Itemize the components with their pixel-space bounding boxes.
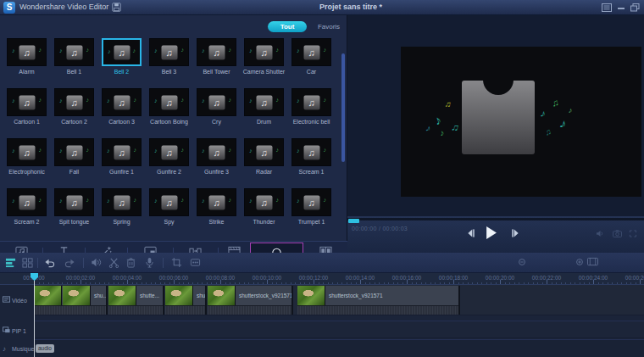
crop-icon[interactable] (171, 257, 183, 269)
sound-item[interactable]: ♪♫♪Cartoon 3 (98, 88, 146, 125)
sound-thumbnail[interactable]: ♪♫♪ (244, 138, 284, 166)
video-clip[interactable]: shutte... (108, 286, 164, 315)
sound-thumbnail[interactable]: ♪♫♪ (291, 88, 331, 116)
audio-mixer-icon[interactable] (91, 257, 103, 269)
volume-icon[interactable] (596, 230, 605, 237)
sound-thumbnail[interactable]: ♪♫♪ (197, 138, 236, 166)
sound-item[interactable]: ♪♫♪Gunfire 3 (193, 138, 241, 175)
sound-thumbnail[interactable]: ♪♫♪ (7, 138, 47, 166)
sound-item[interactable]: ♪♫♪Radar (241, 138, 288, 175)
seek-handle[interactable] (348, 219, 359, 223)
power-tool-icon[interactable] (190, 257, 202, 269)
sound-item[interactable]: ♪♫♪Camera Shutter (241, 38, 288, 75)
video-clip[interactable]: shu... (165, 286, 207, 315)
sound-item[interactable]: ♪♫♪Cartoon 2 (51, 88, 98, 125)
sound-thumbnail[interactable]: ♪♫♪ (54, 188, 94, 216)
sound-thumbnail[interactable]: ♪♫♪ (54, 138, 94, 166)
menu-icon[interactable] (602, 3, 612, 12)
sound-thumbnail[interactable]: ♪♫♪ (291, 38, 331, 66)
pip-track-lane[interactable] (34, 321, 644, 338)
sound-thumbnail[interactable]: ♪♫♪ (244, 38, 284, 66)
sound-item[interactable]: ♪♫♪Car (288, 38, 336, 75)
split-icon[interactable] (108, 257, 120, 269)
sound-thumbnail[interactable]: ♪♫♪ (149, 138, 189, 166)
sound-item[interactable]: ♪♫♪Gunfire 1 (98, 138, 146, 175)
sound-thumbnail[interactable]: ♪♫♪ (54, 38, 94, 66)
sound-item[interactable]: ♪♫♪Bell Tower (193, 38, 241, 75)
track-header-pip-1[interactable]: PIP 1 (0, 326, 34, 334)
sound-thumbnail[interactable]: ♪♫♪ (102, 138, 142, 166)
play-button[interactable] (486, 226, 497, 239)
track-header-vid-o[interactable]: Vidéo (0, 296, 34, 304)
sound-thumbnail[interactable]: ♪♫♪ (244, 88, 284, 116)
ruler-timestamp: 00:00:22:00 (532, 275, 561, 281)
sound-item[interactable]: ♪♫♪Scream 1 (288, 138, 336, 175)
sound-item[interactable]: ♪♫♪Cartoon Boing (146, 88, 193, 125)
zoom-in-icon[interactable] (575, 257, 586, 269)
music-track-lane[interactable] (34, 339, 644, 357)
zoom-out-icon[interactable] (517, 257, 529, 269)
sound-item[interactable]: ♪♫♪Alarm (3, 38, 51, 75)
sound-item[interactable]: ♪♫♪Spy (146, 188, 193, 225)
restore-icon[interactable] (630, 3, 641, 12)
video-clip[interactable]: shu... (34, 286, 108, 315)
next-frame-button[interactable] (511, 229, 520, 237)
fullscreen-icon[interactable] (629, 230, 637, 237)
sound-thumbnail[interactable]: ♪♫♪ (197, 38, 236, 66)
sound-item[interactable]: ♪♫♪Scream 2 (3, 188, 51, 225)
sound-item-label: Cry (193, 119, 241, 125)
snapshot-icon[interactable] (613, 230, 622, 237)
audio-clip[interactable]: audio (36, 344, 54, 353)
sound-thumbnail[interactable]: ♪♫♪ (197, 88, 236, 116)
ruler-tick (263, 282, 264, 284)
sound-item[interactable]: ♪♫♪Fall (51, 138, 98, 175)
sound-item[interactable]: ♪♫♪Cartoon 1 (3, 88, 51, 125)
ruler-tick (570, 282, 571, 284)
sound-item[interactable]: ♪♫♪Spit tongue (51, 188, 98, 225)
redo-icon[interactable] (64, 257, 76, 269)
sound-thumbnail[interactable]: ♪♫♪ (102, 38, 142, 66)
sound-thumbnail[interactable]: ♪♫♪ (102, 188, 142, 216)
sound-thumbnail[interactable]: ♪♫♪ (291, 138, 331, 166)
sound-item[interactable]: ♪♫♪Gunfire 2 (146, 138, 193, 175)
video-clip[interactable]: shutterstock_v921571 (297, 286, 460, 315)
track-header-musique[interactable]: ♪Musique (0, 345, 34, 353)
sound-item[interactable]: ♪♫♪Strike (193, 188, 241, 225)
sound-thumbnail[interactable]: ♪♫♪ (7, 88, 47, 116)
sound-item[interactable]: ♪♫♪Bell 2 (98, 38, 146, 75)
seek-bar[interactable] (347, 218, 644, 220)
sound-thumbnail[interactable]: ♪♫♪ (149, 88, 189, 116)
sound-thumbnail[interactable]: ♪♫♪ (197, 188, 236, 216)
sound-item[interactable]: ♪♫♪Cry (193, 88, 241, 125)
sound-thumbnail[interactable]: ♪♫♪ (7, 188, 47, 216)
sound-thumbnail[interactable]: ♪♫♪ (149, 188, 189, 216)
sound-item[interactable]: ♪♫♪Trumpet 1 (288, 188, 336, 225)
library-scrollbar[interactable] (341, 53, 345, 162)
sound-thumbnail[interactable]: ♪♫♪ (244, 188, 284, 216)
sound-item[interactable]: ♪♫♪Bell 1 (51, 38, 98, 75)
previous-frame-button[interactable] (466, 229, 475, 237)
save-icon[interactable] (112, 3, 121, 12)
voiceover-icon[interactable] (144, 257, 156, 269)
tab-favorites[interactable]: Favoris (312, 21, 346, 32)
sound-item[interactable]: ♪♫♪Bell 3 (146, 38, 193, 75)
sound-thumbnail[interactable]: ♪♫♪ (149, 38, 189, 66)
timeline-ruler[interactable]: 00:00:0000:00:02:0000:00:04:0000:00:06:0… (0, 273, 644, 285)
sound-item[interactable]: ♪♫♪Electronic bell (288, 88, 336, 125)
video-clip[interactable]: shutterstock_v921571 (208, 286, 293, 315)
tab-all[interactable]: Tout (268, 21, 307, 32)
storyboard-icon[interactable] (22, 257, 34, 269)
sound-item[interactable]: ♪♫♪Thunder (241, 188, 288, 225)
sound-item[interactable]: ♪♫♪Spring (98, 188, 146, 225)
sound-thumbnail[interactable]: ♪♫♪ (54, 88, 94, 116)
sound-thumbnail[interactable]: ♪♫♪ (7, 38, 47, 66)
delete-icon[interactable] (125, 257, 137, 269)
sound-item[interactable]: ♪♫♪Drum (241, 88, 288, 125)
undo-icon[interactable] (44, 257, 56, 269)
fit-timeline-icon[interactable] (587, 257, 599, 269)
sound-item[interactable]: ♪♫♪Electrophonic (3, 138, 51, 175)
sound-thumbnail[interactable]: ♪♫♪ (291, 188, 331, 216)
timeline-view-icon[interactable] (5, 257, 17, 269)
mini-note-icon: ♪ (181, 147, 185, 153)
sound-thumbnail[interactable]: ♪♫♪ (102, 88, 142, 116)
